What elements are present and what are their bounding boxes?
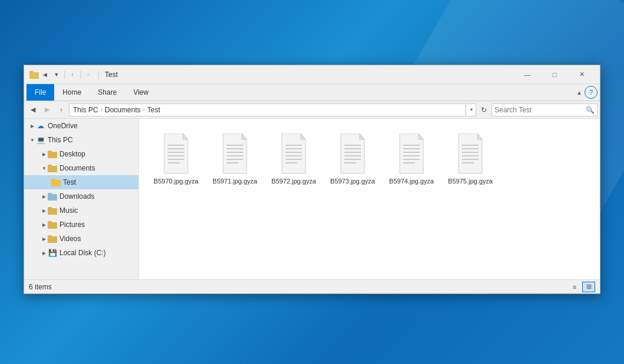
- file-icon-1: [217, 133, 253, 175]
- address-path[interactable]: This PC › Documents › Test: [69, 103, 466, 116]
- sidebar-label-pictures: Pictures: [59, 221, 85, 229]
- file-grid: B5970.jpg.gyza: [145, 125, 594, 194]
- refresh-button[interactable]: ↻: [477, 103, 490, 116]
- videos-icon: [48, 234, 57, 243]
- address-bar: ◀ ▶ ↑ This PC › Documents › Test ▾ ↻ 🔍: [24, 101, 600, 119]
- address-dropdown[interactable]: ▾: [467, 103, 476, 116]
- folder-icon: [29, 69, 39, 80]
- sidebar-item-pictures[interactable]: ▶ Pictures: [24, 218, 138, 232]
- back-button[interactable]: ◀: [26, 103, 39, 116]
- svg-rect-12: [48, 207, 52, 209]
- sidebar-item-documents[interactable]: ▼ Documents: [24, 161, 138, 175]
- expand-arrow-desktop: ▶: [41, 151, 48, 158]
- sidebar-label-downloads: Downloads: [59, 192, 94, 201]
- file-item-0[interactable]: B5970.jpg.gyza: [150, 129, 203, 189]
- tab-share[interactable]: Share: [89, 84, 125, 101]
- maximize-button[interactable]: □: [541, 65, 568, 84]
- svg-rect-6: [48, 165, 52, 167]
- crumb-test[interactable]: Test: [147, 106, 160, 114]
- item-count: 6 items: [29, 283, 52, 291]
- svg-rect-2: [29, 72, 39, 79]
- onedrive-icon: ☁: [36, 121, 45, 131]
- ribbon-tabs: File Home Share View ▲ ?: [24, 84, 600, 101]
- ribbon-collapse-icon[interactable]: ▲: [576, 89, 582, 96]
- file-icon-4: [394, 133, 429, 175]
- tab-view[interactable]: View: [125, 84, 157, 101]
- crumb-sep-2: ›: [143, 106, 145, 113]
- help-button[interactable]: ?: [585, 86, 598, 99]
- file-name-2: B5972.jpg.gyza: [271, 177, 316, 185]
- file-item-3[interactable]: B5973.jpg.gyza: [326, 129, 379, 189]
- sidebar-item-localdisk[interactable]: ▶ 💾 Local Disk (C:): [24, 246, 138, 260]
- expand-arrow-documents: ▼: [41, 165, 48, 172]
- pictures-icon: [48, 220, 57, 229]
- forward-button[interactable]: ▶: [41, 103, 54, 116]
- svg-rect-10: [48, 193, 52, 195]
- svg-rect-4: [48, 151, 52, 153]
- sidebar-label-desktop: Desktop: [59, 150, 85, 158]
- minimize-button[interactable]: —: [514, 65, 541, 84]
- search-input[interactable]: [494, 106, 586, 114]
- file-item-2[interactable]: B5972.jpg.gyza: [267, 129, 320, 189]
- thispc-icon: 💻: [36, 135, 45, 145]
- file-name-4: B5974.jpg.gyza: [389, 177, 434, 185]
- crumb-this-pc[interactable]: This PC: [73, 106, 98, 114]
- documents-icon: [48, 163, 57, 173]
- svg-marker-50: [419, 133, 423, 139]
- crumb-documents[interactable]: Documents: [105, 106, 141, 114]
- title-separator: [98, 71, 99, 79]
- separator2: [80, 71, 81, 79]
- explorer-window: ◀ ▼ ↑ ✕ Test — □ ✕ File Home Share View …: [24, 65, 600, 294]
- file-item-5[interactable]: B5975.jpg.gyza: [444, 129, 497, 189]
- tab-file[interactable]: File: [26, 84, 54, 101]
- sidebar-item-desktop[interactable]: ▶ Desktop: [24, 147, 138, 161]
- music-icon: [48, 206, 57, 215]
- sidebar: ▶ ☁ OneDrive ▼ 💻 This PC ▶ Desktop ▼: [24, 119, 139, 279]
- breadcrumb: This PC › Documents › Test: [73, 106, 160, 114]
- sidebar-item-videos[interactable]: ▶ Videos: [24, 232, 138, 246]
- expand-arrow-thispc: ▼: [29, 136, 36, 143]
- list-view-button[interactable]: ≡: [568, 282, 581, 292]
- window-title: Test: [105, 71, 514, 79]
- file-item-1[interactable]: B5971.jpg.gyza: [208, 129, 261, 189]
- sidebar-label-localdisk: Local Disk (C:): [59, 249, 106, 257]
- svg-marker-18: [183, 133, 188, 139]
- file-item-4[interactable]: B5974.jpg.gyza: [385, 129, 438, 189]
- quick-access-up-icon[interactable]: ↑: [67, 69, 78, 80]
- file-name-3: B5973.jpg.gyza: [330, 177, 375, 185]
- up-button[interactable]: ↑: [55, 103, 68, 116]
- desktop-icon: [48, 149, 57, 159]
- sidebar-item-onedrive[interactable]: ▶ ☁ OneDrive: [24, 119, 138, 133]
- grid-view-button[interactable]: ⊞: [582, 282, 595, 292]
- sidebar-label-music: Music: [59, 206, 78, 215]
- svg-marker-58: [477, 133, 482, 139]
- close-button[interactable]: ✕: [568, 65, 595, 84]
- sidebar-label-onedrive: OneDrive: [48, 122, 78, 130]
- file-name-0: B5970.jpg.gyza: [154, 177, 198, 185]
- svg-rect-16: [48, 235, 52, 238]
- status-bar: 6 items ≡ ⊞: [24, 279, 600, 293]
- svg-rect-8: [51, 179, 55, 181]
- separator: [64, 71, 65, 79]
- crumb-sep-1: ›: [101, 106, 102, 113]
- file-name-1: B5971.jpg.gyza: [213, 177, 257, 185]
- sidebar-item-downloads[interactable]: ▶ Downloads: [24, 189, 138, 203]
- search-box[interactable]: 🔍: [492, 103, 598, 116]
- search-icon[interactable]: 🔍: [586, 106, 595, 114]
- sidebar-label-thispc: This PC: [48, 136, 73, 144]
- window-controls: — □ ✕: [514, 65, 595, 84]
- tab-home[interactable]: Home: [54, 84, 89, 101]
- sidebar-label-videos: Videos: [59, 235, 81, 243]
- quick-access-undo-icon[interactable]: ✕: [83, 69, 94, 80]
- main-area: ▶ ☁ OneDrive ▼ 💻 This PC ▶ Desktop ▼: [24, 119, 600, 279]
- quick-access-down-icon[interactable]: ▼: [51, 69, 62, 80]
- title-bar: ◀ ▼ ↑ ✕ Test — □ ✕: [24, 65, 600, 84]
- expand-arrow-videos: ▶: [41, 235, 48, 242]
- svg-marker-42: [360, 133, 364, 139]
- file-icon-0: [158, 133, 194, 175]
- svg-marker-34: [301, 133, 306, 139]
- sidebar-item-test[interactable]: Test: [24, 175, 138, 189]
- sidebar-item-thispc[interactable]: ▼ 💻 This PC: [24, 133, 138, 147]
- sidebar-item-music[interactable]: ▶ Music: [24, 203, 138, 218]
- quick-access-back-icon[interactable]: ◀: [39, 69, 50, 80]
